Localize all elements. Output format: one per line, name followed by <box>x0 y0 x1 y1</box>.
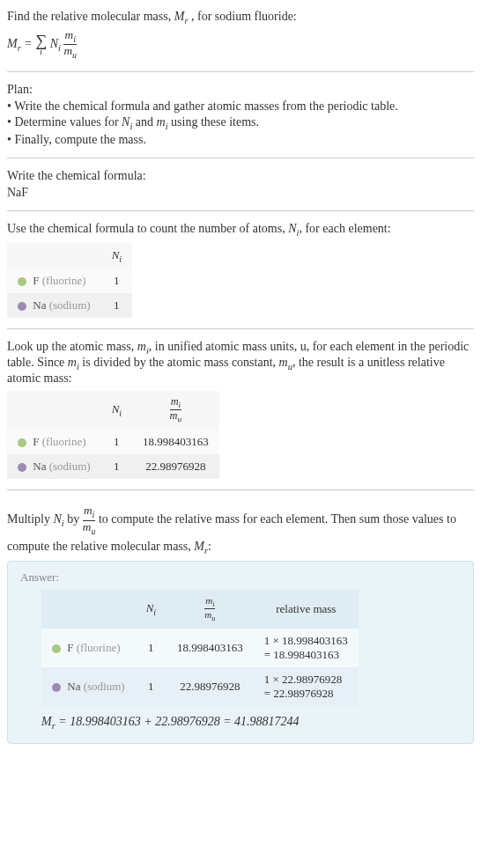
step-text: Look up the atomic mass, mi, in unified … <box>7 340 474 386</box>
col-blank <box>7 391 101 430</box>
intro-suffix: , for sodium fluoride: <box>191 10 297 23</box>
table-row: Na (sodium) 1 22.98976928 <box>7 454 219 479</box>
intro-prefix: Find the relative molecular mass, <box>7 10 174 23</box>
element-dot-icon <box>52 644 61 653</box>
col-frac: mi mu <box>166 590 254 629</box>
element-dot-icon <box>18 438 26 447</box>
element-dot-icon <box>18 277 26 286</box>
step-text: Multiply Ni by mi mu to compute the rela… <box>7 501 474 555</box>
plan-heading: Plan: <box>7 83 474 97</box>
divider <box>7 328 474 329</box>
mass-cell: 18.998403163 <box>132 430 219 454</box>
relmass-cell: 1 × 18.998403163 = 18.998403163 <box>254 629 359 667</box>
element-cell: F (fluorine) <box>41 629 136 667</box>
divider <box>7 71 474 72</box>
element-dot-icon <box>18 463 26 472</box>
count-table: Ni F (fluorine) 1 Na (sodium) 1 <box>7 243 132 319</box>
n-cell: 1 <box>136 667 166 706</box>
answer-final: Mr = 18.998403163 + 22.98976928 = 41.988… <box>41 715 461 731</box>
table-row: Na (sodium) 1 <box>7 293 132 318</box>
element-cell: F (fluorine) <box>7 268 101 293</box>
table-row: F (fluorine) 1 <box>7 268 132 293</box>
col-n: Ni <box>101 391 132 430</box>
table-row: Na (sodium) 1 22.98976928 1 × 22.9897692… <box>41 667 359 706</box>
element-cell: Na (sodium) <box>41 667 136 706</box>
col-blank <box>7 243 101 269</box>
step-heading: Write the chemical formula: <box>7 169 474 183</box>
element-dot-icon <box>52 683 61 692</box>
answer-box: Answer: Ni mi mu relative mass F (fluori… <box>7 561 474 743</box>
col-relmass: relative mass <box>254 590 359 629</box>
element-cell: F (fluorine) <box>7 430 101 454</box>
n-cell: 1 <box>101 268 132 293</box>
fraction: mi mu <box>83 504 96 536</box>
col-blank <box>41 590 136 629</box>
table-header-row: Ni mi mu relative mass <box>41 590 359 629</box>
intro-var: Mr <box>174 10 191 23</box>
n-cell: 1 <box>101 454 132 479</box>
n-cell: 1 <box>136 629 166 667</box>
mass-cell: 22.98976928 <box>132 454 219 479</box>
answer-label: Answer: <box>20 570 461 585</box>
sigma-icon: ∑ i <box>35 33 47 55</box>
element-dot-icon <box>18 302 26 311</box>
plan-item: • Finally, compute the mass. <box>7 133 474 147</box>
intro-equation: Mr = ∑ i Ni mi mu <box>7 29 474 61</box>
relmass-cell: 1 × 22.98976928 = 22.98976928 <box>254 667 359 706</box>
plan-item: • Write the chemical formula and gather … <box>7 99 474 114</box>
mass-cell: 22.98976928 <box>166 667 254 706</box>
divider <box>7 158 474 158</box>
col-n: Ni <box>136 590 166 629</box>
fraction: mi mu <box>63 29 77 61</box>
plan-list: • Write the chemical formula and gather … <box>7 99 474 147</box>
col-n: Ni <box>101 243 132 269</box>
element-cell: Na (sodium) <box>7 454 101 479</box>
mass-cell: 18.998403163 <box>166 629 254 667</box>
n-cell: 1 <box>101 293 132 318</box>
mass-table: Ni mi mu F (fluorine) 1 18.998403163 Na … <box>7 391 219 479</box>
table-header-row: Ni <box>7 243 132 269</box>
plan-item: • Determine values for Ni and mi using t… <box>7 115 474 131</box>
answer-table: Ni mi mu relative mass F (fluorine) 1 18… <box>41 590 359 706</box>
chemical-formula: NaF <box>7 186 474 200</box>
divider <box>7 210 474 211</box>
table-header-row: Ni mi mu <box>7 391 219 430</box>
element-cell: Na (sodium) <box>7 293 101 318</box>
col-frac: mi mu <box>132 391 219 430</box>
table-row: F (fluorine) 1 18.998403163 <box>7 430 219 454</box>
step-text: Use the chemical formula to count the nu… <box>7 222 474 238</box>
divider <box>7 489 474 490</box>
intro-line: Find the relative molecular mass, Mr , f… <box>7 10 474 26</box>
n-cell: 1 <box>101 430 132 454</box>
table-row: F (fluorine) 1 18.998403163 1 × 18.99840… <box>41 629 359 667</box>
